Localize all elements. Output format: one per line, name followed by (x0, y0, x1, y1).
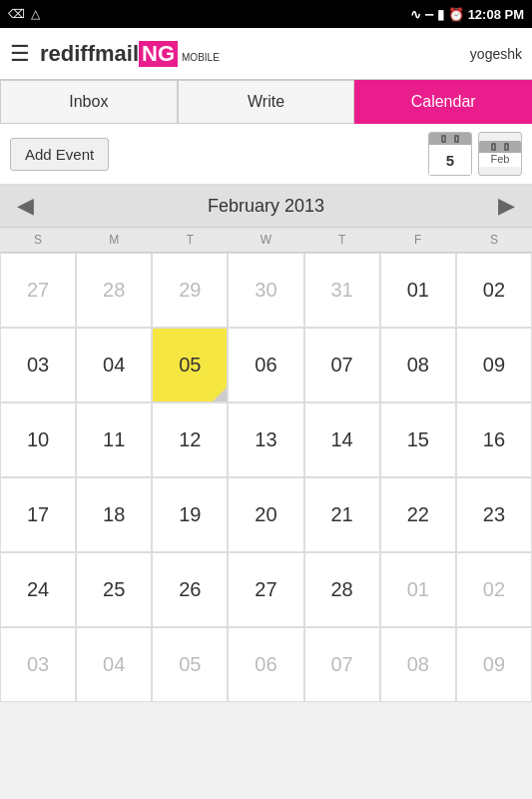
cal-ring-left-month (491, 143, 496, 151)
cal-icon-header-month (479, 141, 521, 153)
calendar-day-cell[interactable]: 06 (228, 328, 303, 402)
calendar-day-cell[interactable]: 25 (76, 552, 152, 627)
calendar-day-cell[interactable]: 24 (0, 552, 76, 627)
day-number: 5 (429, 145, 471, 175)
month-navigation: ◀ February 2013 ▶ (0, 185, 532, 228)
day-header-cell: S (456, 228, 532, 252)
calendar-day-cell[interactable]: 08 (380, 627, 456, 702)
time-display: 12:08 PM (468, 7, 524, 22)
month-title: February 2013 (208, 196, 324, 217)
calendar-day-cell[interactable]: 16 (456, 402, 532, 477)
cal-ring-left (441, 135, 446, 143)
calendar-day-cell[interactable]: 15 (380, 402, 456, 477)
calendar-day-cell[interactable]: 23 (456, 477, 532, 552)
calendar-day-cell[interactable]: 12 (152, 402, 228, 477)
calendar-day-cell[interactable]: 01 (380, 552, 456, 627)
wifi-icon: ∿ (410, 7, 421, 22)
logo-rediffmail-text: rediffmail (40, 41, 139, 67)
calendar-day-cell[interactable]: 11 (76, 402, 152, 477)
header-left: ☰ rediffmailNG MOBILE (10, 41, 220, 67)
signal-alt-icon: △ (31, 7, 40, 21)
calendar-day-cell[interactable]: 05 (152, 328, 228, 402)
logo: rediffmailNG MOBILE (40, 41, 220, 67)
usb-icon: ⌫ (8, 7, 25, 21)
calendar-day-cell[interactable]: 04 (76, 627, 152, 702)
cal-ring-right-month (504, 143, 509, 151)
calendar-day-cell[interactable]: 03 (0, 627, 76, 702)
tab-calendar[interactable]: Calendar (354, 80, 532, 124)
username-display: yogeshk (470, 46, 522, 62)
day-header-cell: W (228, 228, 303, 252)
calendar-day-cell[interactable]: 07 (304, 627, 380, 702)
status-right-icons: ∿ ⎼ ▮ ⏰ 12:08 PM (410, 7, 524, 22)
cellular-icon: ⎼ (425, 7, 433, 22)
cal-rings-month (491, 143, 509, 151)
calendar-day-cell[interactable]: 27 (0, 253, 76, 328)
day-header-cell: T (152, 228, 228, 252)
add-event-button[interactable]: Add Event (10, 138, 109, 171)
calendar-day-cell[interactable]: 27 (228, 552, 303, 627)
calendar-day-cell[interactable]: 10 (0, 402, 76, 477)
calendar-day-cell[interactable]: 29 (152, 253, 228, 328)
calendar-day-cell[interactable]: 13 (228, 402, 303, 477)
calendar-day-cell[interactable]: 20 (228, 477, 303, 552)
header: ☰ rediffmailNG MOBILE yogeshk (0, 28, 532, 80)
prev-month-button[interactable]: ◀ (10, 193, 40, 219)
cal-rings (441, 135, 459, 143)
cal-icon-header-day (429, 133, 471, 145)
tab-write[interactable]: Write (178, 80, 355, 124)
calendar-day-cell[interactable]: 09 (456, 328, 532, 402)
calendar: SMTWTFS 27282930310102030405060708091011… (0, 228, 532, 702)
calendar-day-cell[interactable]: 18 (76, 477, 152, 552)
month-calendar-icon[interactable]: Feb (478, 132, 522, 176)
month-abbr: Feb (479, 153, 521, 167)
tab-inbox[interactable]: Inbox (0, 80, 178, 124)
logo-mobile-text: MOBILE (182, 52, 220, 63)
status-left-icons: ⌫ △ (8, 7, 40, 21)
calendar-day-cell[interactable]: 17 (0, 477, 76, 552)
logo-ng-text: NG (139, 41, 178, 67)
cal-ring-right (454, 135, 459, 143)
calendar-day-cell[interactable]: 21 (304, 477, 380, 552)
calendar-day-cell[interactable]: 26 (152, 552, 228, 627)
tabs: Inbox Write Calendar (0, 80, 532, 124)
day-header-cell: S (0, 228, 76, 252)
calendar-day-cell[interactable]: 22 (380, 477, 456, 552)
calendar-day-cell[interactable]: 28 (304, 552, 380, 627)
status-bar: ⌫ △ ∿ ⎼ ▮ ⏰ 12:08 PM (0, 0, 532, 28)
calendar-day-cell[interactable]: 03 (0, 328, 76, 402)
calendar-day-cell[interactable]: 28 (76, 253, 152, 328)
calendar-day-cell[interactable]: 14 (304, 402, 380, 477)
calendar-day-cell[interactable]: 19 (152, 477, 228, 552)
calendar-day-cell[interactable]: 08 (380, 328, 456, 402)
calendar-day-cell[interactable]: 02 (456, 552, 532, 627)
menu-icon[interactable]: ☰ (10, 41, 30, 67)
calendar-day-cell[interactable]: 07 (304, 328, 380, 402)
calendar-day-cell[interactable]: 01 (380, 253, 456, 328)
day-headers-row: SMTWTFS (0, 228, 532, 253)
calendar-day-cell[interactable]: 09 (456, 627, 532, 702)
alarm-icon: ⏰ (448, 7, 464, 22)
calendar-day-cell[interactable]: 31 (304, 253, 380, 328)
day-header-cell: T (304, 228, 380, 252)
next-month-button[interactable]: ▶ (492, 193, 522, 219)
calendar-day-cell[interactable]: 05 (152, 627, 228, 702)
calendar-day-cell[interactable]: 02 (456, 253, 532, 328)
calendar-day-cell[interactable]: 30 (228, 253, 303, 328)
toolbar: Add Event 5 Feb (0, 124, 532, 185)
calendar-day-cell[interactable]: 04 (76, 328, 152, 402)
day-header-cell: M (76, 228, 152, 252)
calendar-grid: 2728293031010203040506070809101112131415… (0, 253, 532, 702)
battery-icon: ▮ (437, 7, 444, 22)
day-header-cell: F (380, 228, 456, 252)
day-calendar-icon[interactable]: 5 (428, 132, 472, 176)
calendar-day-cell[interactable]: 06 (228, 627, 303, 702)
calendar-icon-group: 5 Feb (428, 132, 522, 176)
